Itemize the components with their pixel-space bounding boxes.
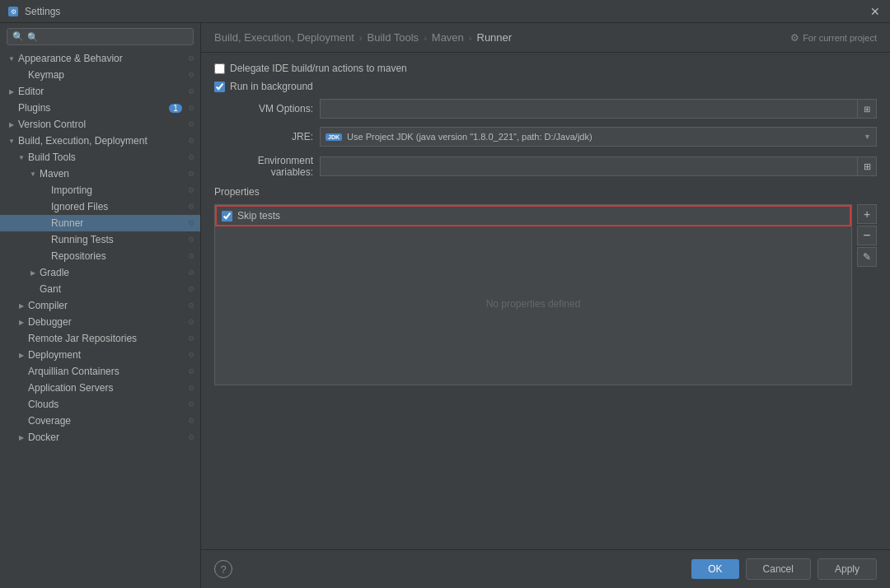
sidebar-label-remote-jar: Remote Jar Repositories [28,333,185,344]
sidebar-item-gant[interactable]: Gant⚙ [0,281,200,297]
sidebar-action-coverage: ⚙ [185,415,197,427]
content-area: Build, Execution, Deployment › Build Too… [201,23,890,588]
sidebar-item-clouds[interactable]: Clouds⚙ [0,396,200,413]
delegate-checkbox-wrap[interactable]: Delegate IDE build/run actions to maven [214,63,407,74]
sidebar-item-build-execution[interactable]: ▼Build, Execution, Deployment⚙ [0,133,200,149]
skip-tests-wrap[interactable]: Skip tests [222,210,280,222]
env-variables-input-wrap: ⊞ [320,156,877,176]
run-background-wrap[interactable]: Run in background [214,81,313,92]
badge-plugins: 1 [169,104,182,113]
env-variables-input[interactable] [320,156,857,176]
sidebar-item-ignored-files[interactable]: Ignored Files⚙ [0,198,200,215]
sidebar-label-coverage: Coverage [28,415,185,427]
sidebar-item-app-servers[interactable]: Application Servers⚙ [0,380,200,396]
project-label: For current project [803,33,877,43]
jre-select[interactable]: JDK Use Project JDK (java version "1.8.0… [320,127,877,147]
help-button[interactable]: ? [214,560,232,578]
sidebar-tree: ▼Appearance & Behavior⚙Keymap⚙▶Editor⚙Pl… [0,50,200,446]
skip-tests-label: Skip tests [237,210,280,222]
jre-row: JRE: JDK Use Project JDK (java version "… [214,127,877,147]
search-input[interactable] [27,32,188,42]
sidebar-item-debugger[interactable]: ▶Debugger⚙ [0,314,200,330]
edit-property-button[interactable]: ✎ [857,247,877,267]
sidebar-item-plugins[interactable]: Plugins1⚙ [0,100,200,116]
breadcrumb-sep-0: › [359,33,363,43]
search-box[interactable]: 🔍 [7,28,194,45]
delegate-checkbox[interactable] [214,63,225,74]
properties-area: Skip tests No properties defined + − ✎ [214,204,877,385]
sidebar-item-gradle[interactable]: ▶Gradle⚙ [0,264,200,281]
vm-options-expand-btn[interactable]: ⊞ [857,99,877,119]
sidebar-label-importing: Importing [51,184,185,196]
sidebar-item-runner[interactable]: Runner⚙ [0,215,200,231]
expand-arrow-build-tools: ▼ [16,152,26,162]
sidebar-action-keymap: ⚙ [185,69,197,81]
close-button[interactable]: ✕ [867,3,883,20]
breadcrumb-part-0: Build, Execution, Deployment [214,31,354,44]
sidebar-label-plugins: Plugins [18,102,169,114]
sidebar-action-appearance-behavior: ⚙ [185,53,197,64]
sidebar-label-running-tests: Running Tests [51,234,185,245]
expand-arrow-version-control: ▶ [7,119,16,129]
sidebar-item-running-tests[interactable]: Running Tests⚙ [0,231,200,248]
sidebar-action-repositories: ⚙ [185,250,197,262]
remove-property-button[interactable]: − [857,226,877,245]
apply-button[interactable]: Apply [817,558,877,580]
sidebar-action-version-control: ⚙ [185,119,197,130]
sidebar-label-version-control: Version Control [18,119,185,130]
sidebar-item-remote-jar[interactable]: Remote Jar Repositories⚙ [0,330,200,347]
sidebar-item-editor[interactable]: ▶Editor⚙ [0,83,200,100]
vm-options-input[interactable] [320,99,857,119]
expand-arrow-compiler: ▶ [16,301,26,310]
delegate-label: Delegate IDE build/run actions to maven [230,63,407,74]
expand-arrow-gradle: ▶ [28,268,38,278]
sidebar-item-version-control[interactable]: ▶Version Control⚙ [0,116,200,133]
sidebar-label-keymap: Keymap [28,69,185,81]
sidebar-action-editor: ⚙ [185,86,197,97]
sidebar-label-debugger: Debugger [28,316,185,328]
sidebar-item-repositories[interactable]: Repositories⚙ [0,248,200,264]
sidebar-action-maven: ⚙ [185,168,197,180]
sidebar-label-arquillian: Arquillian Containers [28,366,185,377]
run-background-checkbox[interactable] [214,82,225,92]
ok-button[interactable]: OK [691,559,738,579]
sidebar: 🔍 ▼Appearance & Behavior⚙Keymap⚙▶Editor⚙… [0,23,201,588]
expand-arrow-editor: ▶ [7,86,16,96]
sidebar-item-deployment[interactable]: ▶Deployment⚙ [0,347,200,363]
sidebar-label-deployment: Deployment [28,349,185,361]
sidebar-item-arquillian[interactable]: Arquillian Containers⚙ [0,363,200,380]
breadcrumb-current: Runner [477,31,513,44]
sidebar-label-app-servers: Application Servers [28,382,185,394]
sidebar-item-coverage[interactable]: Coverage⚙ [0,413,200,429]
add-property-button[interactable]: + [857,204,877,224]
sidebar-action-build-tools: ⚙ [185,152,197,163]
env-variables-expand-btn[interactable]: ⊞ [857,156,877,176]
sidebar-item-importing[interactable]: Importing⚙ [0,182,200,198]
sidebar-action-arquillian: ⚙ [185,366,197,377]
sidebar-label-docker: Docker [28,432,185,443]
properties-section: Properties Skip tests No properties defi… [214,186,877,385]
sidebar-item-keymap[interactable]: Keymap⚙ [0,67,200,83]
sidebar-action-importing: ⚙ [185,184,197,196]
properties-side-buttons: + − ✎ [857,204,877,385]
sidebar-item-compiler[interactable]: ▶Compiler⚙ [0,297,200,314]
sidebar-action-deployment: ⚙ [185,349,197,361]
skip-tests-checkbox[interactable] [222,211,232,222]
sidebar-action-gradle: ⚙ [185,267,197,278]
run-background-row: Run in background [214,81,877,92]
expand-arrow-maven: ▼ [28,169,38,179]
cancel-button[interactable]: Cancel [746,558,811,580]
sidebar-item-docker[interactable]: ▶Docker⚙ [0,429,200,446]
sidebar-action-docker: ⚙ [185,432,197,443]
run-background-label: Run in background [230,81,313,92]
search-icon: 🔍 [12,31,24,42]
vm-options-row: VM Options: ⊞ [214,99,877,119]
sidebar-item-appearance-behavior[interactable]: ▼Appearance & Behavior⚙ [0,50,200,67]
sidebar-label-clouds: Clouds [28,399,185,410]
sidebar-label-repositories: Repositories [51,250,185,262]
breadcrumb-project: ⚙ For current project [790,32,877,44]
sidebar-item-maven[interactable]: ▼Maven⚙ [0,166,200,182]
breadcrumb-part-1: Build Tools [367,31,419,44]
jre-label: JRE: [214,131,313,142]
sidebar-item-build-tools[interactable]: ▼Build Tools⚙ [0,149,200,166]
